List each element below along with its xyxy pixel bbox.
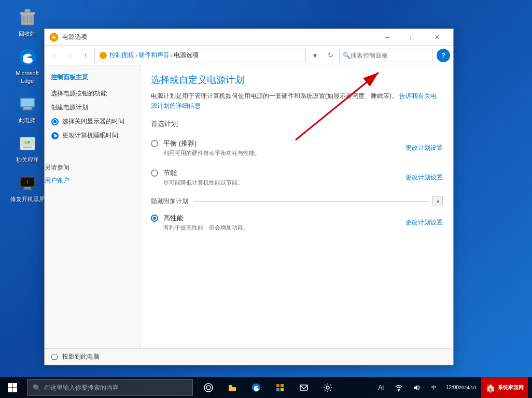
hidden-plans-divider xyxy=(193,201,429,202)
house-icon: 🏠 xyxy=(485,383,496,393)
svg-text:OK: OK xyxy=(24,140,31,145)
balanced-plan-option: 平衡 (推荐) 利用可用的硬件自动平衡功耗与性能。 更改计划设置 xyxy=(151,137,443,159)
window-controls: ─ □ ✕ xyxy=(375,29,449,46)
minimize-button[interactable]: ─ xyxy=(375,29,399,46)
edge-icon[interactable]: MicrosoftEdge xyxy=(8,45,47,87)
svg-point-40 xyxy=(326,386,329,389)
task-view-button[interactable] xyxy=(197,377,220,398)
task-view-icon xyxy=(204,383,213,392)
edge-label: MicrosoftEdge xyxy=(16,69,39,84)
balanced-plan-name: 平衡 (推荐) xyxy=(163,139,405,148)
powersave-plan-info: 节能 尽可能降低计算机性能以节能。 xyxy=(163,168,405,187)
wifi-svg-icon xyxy=(395,383,403,392)
sidebar-item-create-plan[interactable]: 创建电源计划 xyxy=(45,101,140,115)
desktop-icon-list: 回收站 MicrosoftEdge 此电脑 xyxy=(8,5,47,205)
panel-title: 选择或自定义电源计划 xyxy=(151,74,443,86)
up-button[interactable]: ↑ xyxy=(79,49,92,62)
hidden-plans-section: 隐藏附加计划 ∧ xyxy=(151,196,443,206)
taskbar-quick-icons xyxy=(197,377,339,398)
svg-text:!: ! xyxy=(26,179,28,184)
highperf-plan-info: 高性能 有利于提高性能，但会增加功耗。 xyxy=(163,214,405,232)
language-icon[interactable]: 中 xyxy=(426,377,442,398)
balanced-plan-link[interactable]: 更改计划设置 xyxy=(405,144,443,152)
dropdown-button[interactable]: ▾ xyxy=(308,49,321,62)
bottom-bar: 🖵 投影到此电脑 xyxy=(45,348,453,365)
maximize-button[interactable]: □ xyxy=(400,29,424,46)
start-button[interactable] xyxy=(0,377,25,398)
taskbar-search[interactable]: 🔍 在这里输入你要搜索的内容 xyxy=(27,379,193,396)
breadcrumb-controlpanel[interactable]: 控制面板 xyxy=(109,51,134,60)
sidebar: 控制面板主页 选择电源按钮的功能 创建电源计划 选择关闭显示器的时间 xyxy=(45,65,141,348)
highperf-plan-link[interactable]: 更改计划设置 xyxy=(405,218,443,227)
this-pc-icon[interactable]: 此电脑 xyxy=(8,92,47,126)
powersave-plan-radio[interactable] xyxy=(151,169,158,177)
help-button[interactable]: ? xyxy=(437,49,450,62)
svg-rect-1 xyxy=(20,12,35,15)
svg-rect-39 xyxy=(300,385,307,390)
svg-rect-38 xyxy=(281,388,284,391)
search-icon: 🔍 xyxy=(343,52,351,59)
powersave-plan-name: 节能 xyxy=(163,168,405,178)
svg-rect-2 xyxy=(25,9,30,12)
svg-rect-28 xyxy=(8,388,12,393)
file-explorer-button[interactable] xyxy=(221,377,244,398)
sidebar-label-power-button: 选择电源按钮的功能 xyxy=(51,89,107,98)
quick-close-icon[interactable]: OK 秒关程序 xyxy=(8,131,47,165)
fix-black-screen-image: ! xyxy=(17,173,38,193)
clock-icon[interactable]: 12:00 2024/1/1 xyxy=(444,377,479,398)
svg-point-31 xyxy=(206,386,211,390)
edge-taskbar-button[interactable] xyxy=(245,377,268,398)
taskbar: 🔍 在这里输入你要搜索的内容 xyxy=(0,377,532,398)
store-button[interactable] xyxy=(269,377,291,398)
sleep-icon xyxy=(51,132,59,140)
sidebar-item-sleep[interactable]: 更改计算机睡眠时间 xyxy=(45,129,140,143)
syslogo-button[interactable]: 🏠 系统家园网 xyxy=(481,377,528,398)
svg-rect-10 xyxy=(22,109,33,110)
edge-image xyxy=(17,47,38,67)
clock-date: 2024/1/1 xyxy=(459,385,477,391)
svg-rect-8 xyxy=(21,99,34,106)
also-see-section: 另请参阅 用户账户 xyxy=(45,158,140,185)
input-method-icon[interactable]: Ai xyxy=(373,377,389,398)
sidebar-item-power-button[interactable]: 选择电源按钮的功能 xyxy=(45,87,140,101)
taskbar-system-tray: Ai 中 12:00 2024/1/1 xyxy=(373,377,532,398)
wifi-icon[interactable] xyxy=(391,377,407,398)
svg-rect-29 xyxy=(13,388,18,393)
this-pc-label: 此电脑 xyxy=(19,117,36,124)
preferred-section-label: 首选计划 xyxy=(151,119,443,132)
settings-button[interactable] xyxy=(316,377,339,398)
recycle-bin-icon[interactable]: 回收站 xyxy=(8,5,47,39)
svg-rect-17 xyxy=(24,187,31,189)
forward-button[interactable]: › xyxy=(63,49,77,62)
windows-logo-icon xyxy=(7,382,18,393)
taskbar-search-text: 在这里输入你要搜索的内容 xyxy=(44,383,119,392)
user-accounts-link[interactable]: 用户账户 xyxy=(45,176,140,185)
fix-black-screen-icon[interactable]: ! 修复开机黑屏 xyxy=(8,170,47,205)
back-button[interactable]: ‹ xyxy=(48,49,61,62)
balanced-plan-desc: 利用可用的硬件自动平衡功耗与性能。 xyxy=(163,149,405,157)
hidden-plans-label: 隐藏附加计划 xyxy=(151,197,188,206)
quick-close-label: 秒关程序 xyxy=(16,156,39,163)
sidebar-item-display-off[interactable]: 选择关闭显示器的时间 xyxy=(45,115,140,129)
highperf-plan-name: 高性能 xyxy=(163,214,405,223)
desktop: 回收站 MicrosoftEdge 此电脑 xyxy=(0,0,532,398)
highperf-plan-radio[interactable] xyxy=(151,215,158,222)
svg-point-30 xyxy=(204,383,213,392)
refresh-button[interactable]: ↻ xyxy=(324,49,337,62)
mail-button[interactable] xyxy=(292,377,315,398)
file-explorer-icon xyxy=(228,383,237,392)
powersave-plan-option: 节能 尽可能降低计算机性能以节能。 更改计划设置 xyxy=(151,166,443,189)
address-path[interactable]: 控制面板 › 硬件和声音 › 电源选项 xyxy=(94,49,306,62)
volume-icon[interactable] xyxy=(409,377,424,398)
highperf-plan-option: 高性能 有利于提高性能，但会增加功耗。 更改计划设置 xyxy=(151,211,443,234)
breadcrumb-hardware[interactable]: 硬件和声音 xyxy=(138,51,170,60)
balanced-plan-radio[interactable] xyxy=(151,140,158,147)
volume-svg-icon xyxy=(412,383,421,392)
powersave-plan-link[interactable]: 更改计划设置 xyxy=(405,173,443,182)
hidden-plans-toggle[interactable]: ∧ xyxy=(432,196,443,206)
search-input[interactable] xyxy=(351,52,429,59)
edge-taskbar-icon xyxy=(251,383,261,392)
sidebar-header: 控制面板主页 xyxy=(45,70,140,84)
close-button[interactable]: ✕ xyxy=(425,29,449,46)
main-content: 控制面板主页 选择电源按钮的功能 创建电源计划 选择关闭显示器的时间 xyxy=(45,65,453,348)
